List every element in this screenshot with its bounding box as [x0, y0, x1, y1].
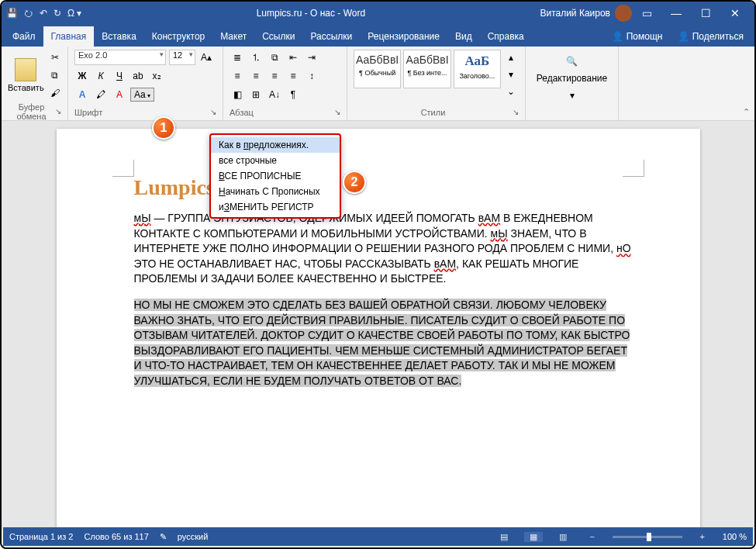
- view-read-icon[interactable]: ▤: [495, 532, 513, 542]
- multilevel-icon[interactable]: ⧉: [267, 50, 282, 65]
- save-icon[interactable]: 💾: [6, 8, 18, 19]
- font-size-combo[interactable]: 12: [169, 50, 195, 65]
- borders-icon[interactable]: ⊞: [248, 87, 264, 102]
- clipboard-dialog-icon[interactable]: ↘: [55, 107, 61, 116]
- group-editing: 🔍 Редактирование ▾: [526, 47, 619, 120]
- styles-dialog-icon[interactable]: ↘: [513, 108, 519, 116]
- doc-paragraph-1[interactable]: мЫ — ГРУППА ЭНТУЗИАСТОВ, ОДЕРЖИМЫХ ИДЕЕЙ…: [134, 211, 638, 287]
- tab-design[interactable]: Конструктор: [144, 26, 212, 47]
- tab-home[interactable]: Главная: [43, 26, 95, 47]
- align-right-icon[interactable]: ≡: [267, 68, 282, 84]
- group-label-styles: Стили: [354, 108, 513, 117]
- bold-icon[interactable]: Ж: [74, 68, 90, 84]
- line-spacing-icon[interactable]: ↕: [304, 68, 319, 84]
- user-name: Виталий Каиров: [540, 8, 610, 19]
- status-words[interactable]: Слово 65 из 117: [84, 532, 148, 541]
- align-left-icon[interactable]: ≡: [230, 68, 245, 84]
- avatar[interactable]: [615, 5, 632, 22]
- font-name-combo[interactable]: Exo 2.0: [74, 50, 166, 65]
- inc-indent-icon[interactable]: ⇥: [304, 50, 319, 65]
- editing-more-icon[interactable]: ▾: [568, 88, 576, 102]
- font-dialog-icon[interactable]: ↘: [210, 108, 216, 116]
- ribbon-tabs: Файл Главная Вставка Конструктор Макет С…: [2, 25, 754, 47]
- minimize-icon[interactable]: —: [661, 7, 691, 19]
- tab-file[interactable]: Файл: [5, 26, 43, 47]
- format-painter-icon[interactable]: 🖌: [47, 85, 63, 101]
- grow-font-icon[interactable]: A▴: [198, 50, 214, 65]
- paragraph-dialog-icon[interactable]: ↘: [334, 108, 340, 116]
- zoom-slider[interactable]: [613, 536, 682, 538]
- bullets-icon[interactable]: ≣: [230, 50, 245, 65]
- ribbon-options-icon[interactable]: ▭: [632, 7, 661, 19]
- tab-insert[interactable]: Вставка: [94, 26, 144, 47]
- user-area[interactable]: Виталий Каиров: [540, 5, 632, 22]
- redo-icon[interactable]: ↻: [54, 8, 61, 19]
- case-sentence[interactable]: Как в предложениях.: [211, 137, 340, 153]
- justify-icon[interactable]: ≡: [285, 68, 301, 84]
- case-toggle[interactable]: иЗМЕНИТЬ РЕГИСТР: [211, 199, 340, 215]
- numbering-icon[interactable]: ⒈: [248, 50, 264, 65]
- change-case-button[interactable]: Aa: [130, 88, 154, 102]
- change-case-menu: Как в предложениях. все строчные ВСЕ ПРО…: [209, 133, 341, 219]
- styles-more-icon[interactable]: ⌄: [503, 84, 519, 99]
- subscript-icon[interactable]: x₂: [149, 68, 164, 84]
- style-heading1[interactable]: АаБЗаголово...: [454, 50, 501, 88]
- sort-icon[interactable]: A↓: [267, 87, 282, 102]
- title-bar: 💾 ⭮ ↶ ↻ Ω ▾ Lumpics.ru - О нас - Word Ви…: [2, 2, 754, 25]
- tab-mailings[interactable]: Рассылки: [302, 26, 360, 47]
- close-icon[interactable]: ✕: [720, 7, 750, 19]
- style-normal[interactable]: АаБбВвІ¶ Обычный: [354, 50, 401, 88]
- undo-icon[interactable]: ↶: [40, 8, 47, 19]
- omega-icon[interactable]: Ω ▾: [67, 8, 81, 19]
- view-print-icon[interactable]: ▦: [524, 532, 543, 542]
- cut-icon[interactable]: ✂: [47, 50, 63, 65]
- tab-review[interactable]: Рецензирование: [360, 26, 447, 47]
- autosave-icon[interactable]: ⭮: [24, 8, 33, 19]
- tab-assist[interactable]: Помощн: [604, 26, 670, 47]
- ribbon: Вставить ✂ ⧉ 🖌 Буфер обмена↘ Exo 2.0 12 …: [2, 47, 754, 121]
- dec-indent-icon[interactable]: ⇤: [285, 50, 301, 65]
- text-effects-icon[interactable]: A: [74, 87, 90, 102]
- editing-label[interactable]: Редактирование: [535, 71, 609, 85]
- page[interactable]: Lumpics.ru – О нас мЫ — ГРУППА ЭНТУЗИАСТ…: [57, 129, 700, 530]
- proofing-icon[interactable]: ✎: [160, 532, 167, 542]
- paste-icon: [15, 58, 36, 81]
- tab-share[interactable]: Поделиться: [670, 26, 751, 47]
- group-paragraph: ≣ ⒈ ⧉ ⇤ ⇥ ≡ ≡ ≡ ≡ ↕ ◧ ⊞ A↓ ¶ Абзац↘: [223, 47, 347, 120]
- case-lower[interactable]: все строчные: [211, 153, 340, 168]
- doc-paragraph-2[interactable]: НО МЫ НЕ СМОЖЕМ ЭТО СДЕЛАТЬ БЕЗ ВАШЕЙ ОБ…: [134, 298, 638, 389]
- collapse-ribbon-icon[interactable]: ⌃: [743, 107, 750, 117]
- paste-button[interactable]: Вставить: [8, 58, 44, 92]
- styles-down-icon[interactable]: ▾: [503, 67, 519, 82]
- view-web-icon[interactable]: ▥: [554, 532, 572, 542]
- status-page[interactable]: Страница 1 из 2: [9, 532, 73, 541]
- tab-layout[interactable]: Макет: [212, 26, 254, 47]
- zoom-out-icon[interactable]: −: [583, 532, 602, 541]
- margin-mark-tr: [623, 160, 644, 177]
- copy-icon[interactable]: ⧉: [47, 67, 63, 83]
- zoom-level[interactable]: 100 %: [723, 532, 747, 541]
- find-icon[interactable]: 🔍: [564, 54, 579, 68]
- tab-help[interactable]: Справка: [480, 26, 532, 47]
- strike-icon[interactable]: ab: [130, 68, 146, 84]
- italic-icon[interactable]: К: [93, 68, 109, 84]
- shading-icon[interactable]: ◧: [230, 87, 245, 102]
- styles-up-icon[interactable]: ▴: [503, 50, 519, 65]
- tab-references[interactable]: Ссылки: [254, 26, 302, 47]
- maximize-icon[interactable]: ☐: [691, 7, 720, 19]
- status-language[interactable]: русский: [178, 532, 208, 541]
- zoom-in-icon[interactable]: +: [693, 532, 712, 541]
- show-marks-icon[interactable]: ¶: [285, 87, 301, 102]
- tab-view[interactable]: Вид: [447, 26, 480, 47]
- highlight-icon[interactable]: 🖍: [93, 87, 109, 102]
- underline-icon[interactable]: Ч: [112, 68, 127, 84]
- font-color-icon[interactable]: A: [112, 87, 127, 102]
- case-upper[interactable]: ВСЕ ПРОПИСНЫЕ: [211, 168, 340, 184]
- align-center-icon[interactable]: ≡: [248, 68, 264, 84]
- case-capitalize[interactable]: Начинать С Прописных: [211, 184, 340, 199]
- style-nospace[interactable]: АаБбВвІ¶ Без инте...: [403, 50, 450, 88]
- annotation-badge-1: 1: [152, 116, 175, 140]
- group-label-clipboard: Буфер обмена: [8, 102, 55, 121]
- document-area[interactable]: Lumpics.ru – О нас мЫ — ГРУППА ЭНТУЗИАСТ…: [2, 121, 754, 530]
- window-title: Lumpics.ru - О нас - Word: [81, 8, 540, 19]
